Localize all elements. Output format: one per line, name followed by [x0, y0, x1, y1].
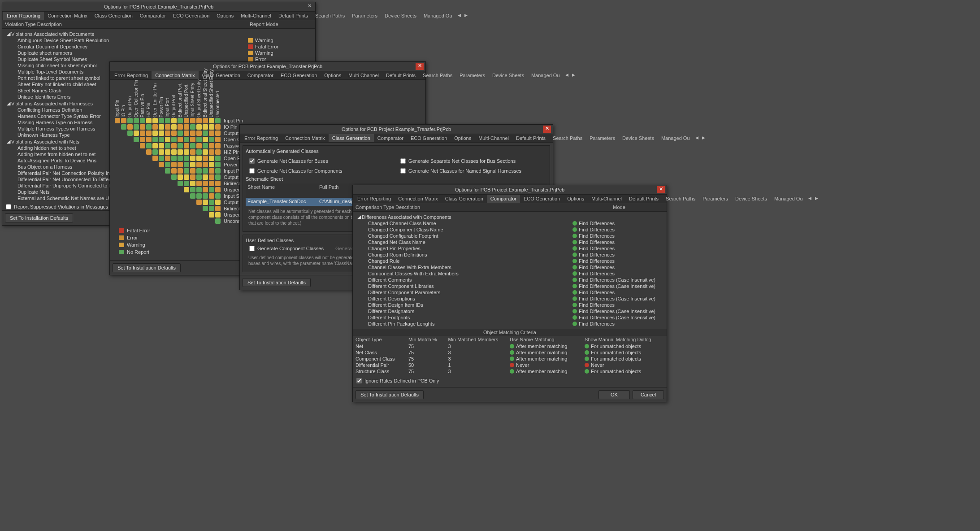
- matrix-cell[interactable]: [165, 181, 170, 186]
- comparison-mode[interactable]: Find Differences (Case Insensitive): [572, 309, 662, 314]
- matrix-cell[interactable]: [196, 124, 202, 130]
- comparison-item[interactable]: Different Component ParametersFind Diffe…: [356, 289, 664, 296]
- comparison-item[interactable]: Different FootprintsFind Differences (Ca…: [356, 314, 664, 321]
- matrix-cell[interactable]: [209, 137, 214, 142]
- comparison-item[interactable]: Channel Classes With Extra MembersFind D…: [356, 264, 664, 270]
- matrix-cell[interactable]: [146, 181, 152, 186]
- matrix-cell[interactable]: [178, 149, 183, 155]
- matrix-cell[interactable]: [165, 124, 170, 130]
- matrix-cell[interactable]: [127, 137, 133, 142]
- matrix-cell[interactable]: [152, 200, 158, 205]
- matrix-cell[interactable]: [152, 156, 158, 161]
- matrix-cell[interactable]: [127, 149, 133, 155]
- matrix-cell[interactable]: [165, 118, 170, 123]
- violation-item[interactable]: Duplicate sheet numbersWarning: [5, 50, 312, 56]
- comparison-mode[interactable]: Find Differences: [572, 321, 662, 326]
- cell-name-matching[interactable]: After member matching: [510, 350, 585, 355]
- comparison-mode[interactable]: Find Differences: [572, 302, 662, 308]
- matrix-cell[interactable]: [209, 124, 214, 130]
- matrix-cell[interactable]: [203, 131, 208, 136]
- matrix-cell[interactable]: [190, 212, 195, 218]
- comparison-mode[interactable]: Find Differences: [572, 258, 662, 264]
- match-row[interactable]: Net Class753After member matchingFor unm…: [356, 349, 664, 356]
- matrix-cell[interactable]: [171, 124, 177, 130]
- matrix-cell[interactable]: [146, 137, 152, 142]
- matrix-cell[interactable]: [203, 212, 208, 218]
- matrix-cell[interactable]: [115, 206, 120, 211]
- comparison-mode[interactable]: Find Differences: [572, 265, 662, 270]
- matrix-cell[interactable]: [196, 181, 202, 186]
- matrix-cell[interactable]: [134, 162, 139, 167]
- matrix-cell[interactable]: [184, 193, 189, 199]
- matrix-cell[interactable]: [121, 124, 126, 130]
- matrix-cell[interactable]: [115, 174, 120, 180]
- matrix-cell[interactable]: [190, 131, 195, 136]
- matrix-cell[interactable]: [196, 212, 202, 218]
- matrix-cell[interactable]: [121, 193, 126, 199]
- tab-multi-channel[interactable]: Multi-Channel: [588, 195, 625, 203]
- comparison-item[interactable]: Different Pin Package LenghtsFind Differ…: [356, 321, 664, 327]
- matrix-cell[interactable]: [121, 168, 126, 174]
- matrix-cell[interactable]: [152, 181, 158, 186]
- matrix-cell[interactable]: [184, 143, 189, 148]
- comparison-mode[interactable]: Find Differences: [572, 290, 662, 295]
- comparison-mode[interactable]: Find Differences: [572, 221, 662, 226]
- matrix-cell[interactable]: [165, 137, 170, 142]
- match-row[interactable]: Net753After member matchingFor unmatched…: [356, 343, 664, 349]
- matrix-cell[interactable]: [134, 118, 139, 123]
- matrix-cell[interactable]: [159, 124, 164, 130]
- matrix-cell[interactable]: [215, 212, 221, 218]
- matrix-cell[interactable]: [203, 143, 208, 148]
- matrix-cell[interactable]: [134, 168, 139, 174]
- tab-options[interactable]: Options: [213, 12, 237, 20]
- comparison-item[interactable]: Changed Channel Class NameFind Differenc…: [356, 220, 664, 226]
- cell-manual-dialog[interactable]: Never: [585, 362, 664, 368]
- matrix-cell[interactable]: [134, 206, 139, 211]
- matrix-cell[interactable]: [209, 156, 214, 161]
- matrix-cell[interactable]: [215, 174, 221, 180]
- matrix-cell[interactable]: [178, 124, 183, 130]
- matrix-cell[interactable]: [190, 124, 195, 130]
- tab-class-generation[interactable]: Class Generation: [329, 134, 374, 142]
- tab-device-sheets[interactable]: Device Sheets: [489, 71, 528, 79]
- tab-options[interactable]: Options: [321, 71, 345, 79]
- tab-default-prints[interactable]: Default Prints: [625, 195, 662, 203]
- matrix-cell[interactable]: [127, 118, 133, 123]
- tab-connection-matrix[interactable]: Connection Matrix: [44, 12, 91, 20]
- matrix-cell[interactable]: [115, 118, 120, 123]
- matrix-cell[interactable]: [159, 181, 164, 186]
- match-row[interactable]: Component Class753After member matchingF…: [356, 356, 664, 362]
- matrix-cell[interactable]: [196, 149, 202, 155]
- matrix-cell[interactable]: [215, 193, 221, 199]
- matrix-cell[interactable]: [165, 131, 170, 136]
- matrix-cell[interactable]: [159, 156, 164, 161]
- matrix-cell[interactable]: [184, 131, 189, 136]
- matrix-cell[interactable]: [140, 168, 145, 174]
- close-icon[interactable]: ✕: [305, 3, 313, 10]
- matrix-cell[interactable]: [134, 193, 139, 199]
- tab-connection-matrix[interactable]: Connection Matrix: [282, 134, 329, 142]
- cell-manual-dialog[interactable]: For unmatched objects: [585, 350, 664, 355]
- matrix-cell[interactable]: [152, 143, 158, 148]
- matrix-cell[interactable]: [115, 143, 120, 148]
- matrix-cell[interactable]: [190, 218, 195, 224]
- tab-nav-right[interactable]: ▶: [463, 12, 469, 20]
- matrix-cell[interactable]: [121, 143, 126, 148]
- matrix-cell[interactable]: [146, 162, 152, 167]
- close-icon[interactable]: ✕: [543, 126, 551, 133]
- tab-search-paths[interactable]: Search Paths: [419, 71, 456, 79]
- matrix-cell[interactable]: [121, 181, 126, 186]
- matrix-cell[interactable]: [115, 124, 120, 130]
- cancel-button[interactable]: Cancel: [633, 390, 664, 399]
- comparison-mode[interactable]: Find Differences (Case Insensitive): [572, 296, 662, 301]
- matrix-cell[interactable]: [203, 137, 208, 142]
- class-gen-checkbox[interactable]: [400, 158, 406, 164]
- matrix-cell[interactable]: [165, 193, 170, 199]
- comparison-item[interactable]: Different CommentsFind Differences (Case…: [356, 277, 664, 283]
- matrix-cell[interactable]: [171, 168, 177, 174]
- matrix-cell[interactable]: [184, 181, 189, 186]
- matrix-cell[interactable]: [196, 118, 202, 123]
- matrix-cell[interactable]: [209, 118, 214, 123]
- matrix-cell[interactable]: [203, 174, 208, 180]
- matrix-cell[interactable]: [140, 137, 145, 142]
